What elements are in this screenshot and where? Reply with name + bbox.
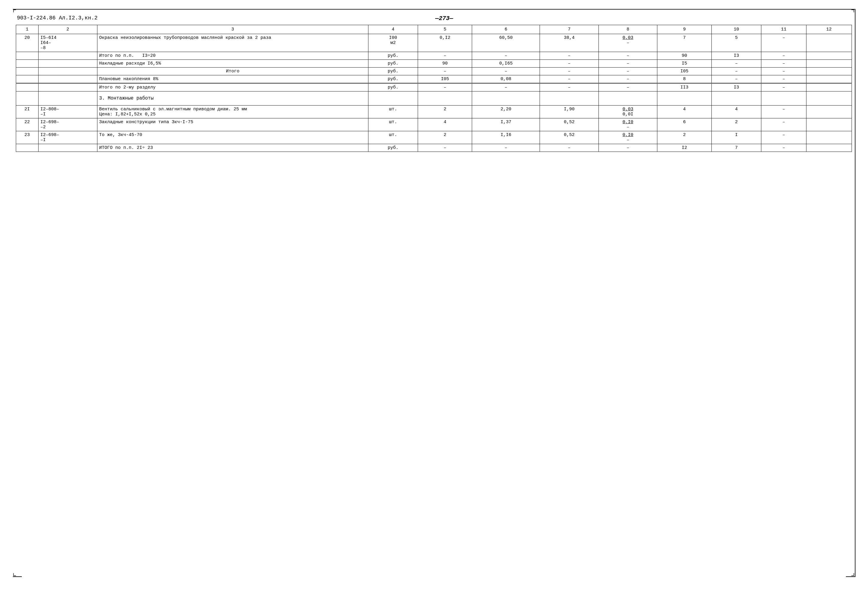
table-row: 23 I2–698– –I То же, Зкч-45-70 шт. 2 I,I… <box>16 131 852 144</box>
cell-row22-col4: шт. <box>368 118 418 131</box>
cell-row20-col12 <box>806 34 852 52</box>
col-header-8: 8 <box>598 25 657 34</box>
table-header-row: 1 2 3 4 5 6 7 8 9 10 11 12 <box>16 25 852 34</box>
cell-row22-col1: 22 <box>16 118 39 131</box>
cell-row23-col12 <box>806 131 852 144</box>
cell-sh-col2 <box>39 92 98 105</box>
cell-row20-col5: 0,I2 <box>418 34 472 52</box>
cell-fin-col3: ИТОГО по п.п. 2I÷ 23 <box>97 144 368 152</box>
cell-row23-col2: I2–698– –I <box>39 131 98 144</box>
cell-sum2-col8: – <box>598 60 657 68</box>
cell-sh-col10 <box>711 92 761 105</box>
cell-sum4-col11: – <box>761 75 806 83</box>
cell-row21-col4: шт. <box>368 105 418 118</box>
cell-sum1-col12 <box>806 52 852 60</box>
cell-sum3-col5: – <box>418 68 472 75</box>
cell-sum3-col1 <box>16 68 39 75</box>
table-row: ИТОГО по п.п. 2I÷ 23 руб. – – – – I2 7 – <box>16 144 852 152</box>
cell-sum1-col6: – <box>472 52 540 60</box>
corner-l-bottom-left: ⌞ <box>12 569 17 578</box>
cell-sum1-col5: – <box>418 52 472 60</box>
cell-row20-col9: 7 <box>657 34 711 52</box>
cell-sh-col1 <box>16 92 39 105</box>
table-row: 22 I2–698– –2 Закладные конструкции типа… <box>16 118 852 131</box>
cell-sum3-col3: Итого <box>97 68 368 75</box>
col-header-4: 4 <box>368 25 418 34</box>
cell-sum4-col7: – <box>540 75 599 83</box>
cell-sum3-col2 <box>39 68 98 75</box>
col-header-3: 3 <box>97 25 368 34</box>
cell-sum2-col6: 0,I65 <box>472 60 540 68</box>
col-header-11: 11 <box>761 25 806 34</box>
cell-fin-col6: – <box>472 144 540 152</box>
cell-sec2-col3: Итого по 2-му разделу <box>97 83 368 92</box>
cell-sh-col12 <box>806 92 852 105</box>
cell-sum3-col6: – <box>472 68 540 75</box>
cell-sum1-col2 <box>39 52 98 60</box>
cell-sh-col9 <box>657 92 711 105</box>
cell-row22-col7: 0,52 <box>540 118 599 131</box>
col-header-10: 10 <box>711 25 761 34</box>
col-header-1: 1 <box>16 25 39 34</box>
corner-l-top-right: ⌝ <box>850 9 855 17</box>
cell-sum3-col11: – <box>761 68 806 75</box>
cell-sum4-col5: I05 <box>418 75 472 83</box>
col-header-12: 12 <box>806 25 852 34</box>
cell-sum1-col7: – <box>540 52 599 60</box>
cell-sum3-col4: руб. <box>368 68 418 75</box>
cell-sum2-col5: 90 <box>418 60 472 68</box>
cell-row21-col8: 0,030,0I <box>598 105 657 118</box>
cell-sum4-col8: – <box>598 75 657 83</box>
cell-fin-col8: – <box>598 144 657 152</box>
cell-row21-col11: – <box>761 105 806 118</box>
cell-row22-col3: Закладные конструкции типа Зкч-I-75 <box>97 118 368 131</box>
cell-sec2-col9: II3 <box>657 83 711 92</box>
cell-sh-col4 <box>368 92 418 105</box>
cell-row22-col6: I,37 <box>472 118 540 131</box>
table-row: Накладные расходи I6,5% руб. 90 0,I65 – … <box>16 60 852 68</box>
cell-row23-col10: I <box>711 131 761 144</box>
col-header-9: 9 <box>657 25 711 34</box>
cell-fin-col10: 7 <box>711 144 761 152</box>
cell-row21-col6: 2,20 <box>472 105 540 118</box>
table-row: Итого по 2-му разделу руб. – – – – II3 I… <box>16 83 852 92</box>
cell-sec2-col8: – <box>598 83 657 92</box>
cell-sum4-col4: руб. <box>368 75 418 83</box>
cell-row20-col8: 0,03– <box>598 34 657 52</box>
cell-sum2-col4: руб. <box>368 60 418 68</box>
cell-sh-col3: 3. Монтажные работы <box>97 92 368 105</box>
cell-sh-col5 <box>418 92 472 105</box>
cell-row22-col12 <box>806 118 852 131</box>
cell-row21-col1: 2I <box>16 105 39 118</box>
cell-sum2-col3: Накладные расходи I6,5% <box>97 60 368 68</box>
cell-row22-col10: 2 <box>711 118 761 131</box>
cell-sec2-col6: – <box>472 83 540 92</box>
cell-sec2-col7: – <box>540 83 599 92</box>
cell-row23-col7: 0,52 <box>540 131 599 144</box>
cell-row23-col6: I,I6 <box>472 131 540 144</box>
cell-row22-col9: 6 <box>657 118 711 131</box>
cell-sum1-col1 <box>16 52 39 60</box>
cell-sum3-col10: – <box>711 68 761 75</box>
table-row: Плановые накопления 8% руб. I05 0,08 – –… <box>16 75 852 83</box>
cell-row21-col2: I2–808– –I <box>39 105 98 118</box>
cell-fin-col5: – <box>418 144 472 152</box>
table-row: 20 I5–6I4 I64– –8 Окраска неизолированны… <box>16 34 852 52</box>
cell-row22-col8: 0,I0– <box>598 118 657 131</box>
cell-sec2-col2 <box>39 83 98 92</box>
cell-row21-col7: I,90 <box>540 105 599 118</box>
corner-l-bottom-right: ⌟ <box>850 569 855 578</box>
cell-row23-col8: 0,I0– <box>598 131 657 144</box>
cell-sec2-col10: I3 <box>711 83 761 92</box>
cell-row20-col1: 20 <box>16 34 39 52</box>
cell-sum3-col9: I05 <box>657 68 711 75</box>
cell-row20-col11: – <box>761 34 806 52</box>
col-header-2: 2 <box>39 25 98 34</box>
cell-sum1-col4: руб. <box>368 52 418 60</box>
cell-row20-col7: 38,4 <box>540 34 599 52</box>
cell-sum4-col1 <box>16 75 39 83</box>
page-container: 903-I-224.86 Ал.I2.3,кн.2 —273— 1 2 3 4 … <box>13 9 855 577</box>
cell-sum2-col9: I5 <box>657 60 711 68</box>
cell-fin-col7: – <box>540 144 599 152</box>
cell-sh-col6 <box>472 92 540 105</box>
